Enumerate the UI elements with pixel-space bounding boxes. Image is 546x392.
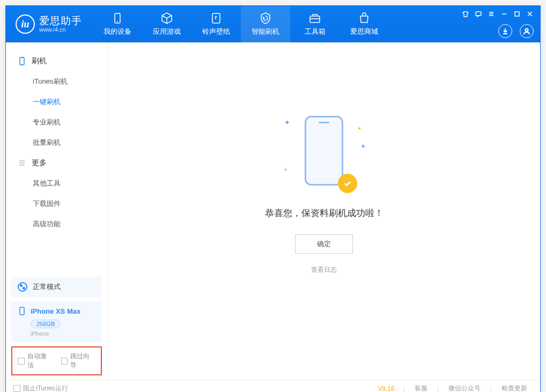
checkbox-icon bbox=[18, 358, 25, 365]
tab-label: 工具箱 bbox=[305, 27, 326, 36]
download-button[interactable] bbox=[498, 24, 512, 38]
header-actions bbox=[498, 24, 534, 38]
user-button[interactable] bbox=[520, 24, 534, 38]
window-controls bbox=[460, 9, 536, 19]
sidebar: 刷机 iTunes刷机 一键刷机 专业刷机 批量刷机 更多 其他工具 下载固件 … bbox=[6, 42, 108, 380]
sidebar-group-flash: 刷机 bbox=[6, 51, 107, 71]
sidebar-item-itunes-flash[interactable]: iTunes刷机 bbox=[6, 71, 107, 92]
version-label: V8.16 bbox=[378, 385, 394, 393]
app-window: iu 爱思助手 www.i4.cn 我的设备 应用游戏 铃声壁纸 智能刷机 bbox=[5, 5, 541, 392]
sidebar-item-oneclick-flash[interactable]: 一键刷机 bbox=[6, 92, 107, 112]
toolbox-icon bbox=[308, 12, 321, 25]
checkbox-auto-activate[interactable]: 自动激活 bbox=[18, 352, 53, 370]
phone-icon bbox=[305, 116, 343, 186]
shield-icon bbox=[259, 12, 272, 25]
tab-toolbox[interactable]: 工具箱 bbox=[290, 6, 340, 42]
shop-icon bbox=[358, 12, 371, 25]
mode-icon bbox=[18, 282, 27, 292]
confirm-button[interactable]: 确定 bbox=[295, 234, 353, 254]
tab-my-device[interactable]: 我的设备 bbox=[93, 6, 142, 42]
list-icon bbox=[18, 159, 26, 167]
statusbar: 阻止iTunes运行 V8.16 | 客服 | 微信公众号 | 检查更新 bbox=[6, 380, 540, 392]
link-update[interactable]: 检查更新 bbox=[496, 384, 533, 392]
svg-rect-2 bbox=[212, 13, 220, 23]
sparkle-icon: ✦ bbox=[360, 143, 366, 150]
tab-label: 爱思商城 bbox=[350, 27, 378, 36]
device-info[interactable]: iPhone XS Max 256GB iPhone bbox=[11, 301, 102, 342]
svg-rect-3 bbox=[310, 16, 320, 23]
sidebar-item-advanced[interactable]: 高级功能 bbox=[6, 214, 107, 234]
checkbox-icon bbox=[13, 385, 20, 392]
sidebar-item-download-firmware[interactable]: 下载固件 bbox=[6, 194, 107, 214]
tab-apps-games[interactable]: 应用游戏 bbox=[142, 6, 191, 42]
statusbar-right: V8.16 | 客服 | 微信公众号 | 检查更新 bbox=[378, 384, 533, 392]
menu-button[interactable] bbox=[485, 9, 497, 19]
tab-shop[interactable]: 爱思商城 bbox=[340, 6, 389, 42]
music-icon bbox=[210, 12, 223, 25]
device-type: iPhone bbox=[31, 330, 95, 337]
titlebar: iu 爱思助手 www.i4.cn 我的设备 应用游戏 铃声壁纸 智能刷机 bbox=[6, 6, 540, 42]
main-content: ✦ ✦ ✦ ✦ 恭喜您，保资料刷机成功啦！ 确定 查看日志 bbox=[108, 42, 540, 380]
sidebar-item-other-tools[interactable]: 其他工具 bbox=[6, 173, 107, 194]
success-message: 恭喜您，保资料刷机成功啦！ bbox=[265, 207, 383, 219]
options-highlight: 自动激活 跳过向导 bbox=[11, 346, 102, 375]
feedback-button[interactable] bbox=[473, 9, 484, 19]
cube-icon bbox=[160, 12, 173, 25]
tab-label: 智能刷机 bbox=[252, 27, 279, 36]
close-button[interactable] bbox=[524, 9, 536, 19]
tab-label: 我的设备 bbox=[104, 27, 131, 36]
phone-icon bbox=[18, 57, 26, 65]
tab-label: 铃声壁纸 bbox=[202, 27, 230, 36]
svg-rect-7 bbox=[20, 57, 24, 65]
svg-rect-8 bbox=[20, 307, 24, 315]
logo: iu 爱思助手 www.i4.cn bbox=[6, 14, 93, 34]
device-name: iPhone XS Max bbox=[31, 307, 80, 315]
phone-icon bbox=[18, 307, 26, 315]
body: 刷机 iTunes刷机 一键刷机 专业刷机 批量刷机 更多 其他工具 下载固件 … bbox=[6, 42, 540, 380]
checkbox-skip-guide[interactable]: 跳过向导 bbox=[61, 352, 96, 370]
skin-button[interactable] bbox=[460, 9, 471, 19]
sparkle-icon: ✦ bbox=[357, 125, 361, 131]
svg-rect-4 bbox=[476, 12, 481, 16]
sidebar-bottom: 正常模式 iPhone XS Max 256GB iPhone 自动激活 bbox=[6, 272, 107, 380]
sparkle-icon: ✦ bbox=[284, 119, 290, 127]
sidebar-item-batch-flash[interactable]: 批量刷机 bbox=[6, 132, 107, 153]
tab-label: 应用游戏 bbox=[153, 27, 181, 36]
minimize-button[interactable] bbox=[498, 9, 510, 19]
tab-flash[interactable]: 智能刷机 bbox=[241, 6, 290, 42]
app-website: www.i4.cn bbox=[39, 26, 82, 33]
svg-rect-5 bbox=[515, 12, 519, 16]
view-log-link[interactable]: 查看日志 bbox=[311, 265, 337, 275]
maximize-button[interactable] bbox=[511, 9, 523, 19]
success-illustration: ✦ ✦ ✦ ✦ bbox=[292, 116, 356, 191]
app-name: 爱思助手 bbox=[39, 16, 82, 27]
link-wechat[interactable]: 微信公众号 bbox=[443, 384, 486, 392]
logo-icon: iu bbox=[16, 14, 35, 34]
main-tabs: 我的设备 应用游戏 铃声壁纸 智能刷机 工具箱 爱思商城 bbox=[93, 6, 389, 42]
tab-ringtones[interactable]: 铃声壁纸 bbox=[191, 6, 241, 42]
link-support[interactable]: 客服 bbox=[409, 384, 433, 392]
checkbox-icon bbox=[61, 358, 68, 365]
sidebar-item-pro-flash[interactable]: 专业刷机 bbox=[6, 112, 107, 132]
device-capacity: 256GB bbox=[31, 320, 61, 328]
mode-indicator[interactable]: 正常模式 bbox=[11, 277, 102, 297]
device-icon bbox=[111, 12, 124, 25]
check-icon bbox=[338, 174, 357, 193]
svg-point-1 bbox=[117, 21, 118, 22]
svg-point-6 bbox=[526, 29, 528, 32]
checkbox-stop-itunes[interactable]: 阻止iTunes运行 bbox=[13, 384, 68, 392]
sidebar-group-more: 更多 bbox=[6, 153, 107, 173]
sparkle-icon: ✦ bbox=[283, 167, 287, 173]
